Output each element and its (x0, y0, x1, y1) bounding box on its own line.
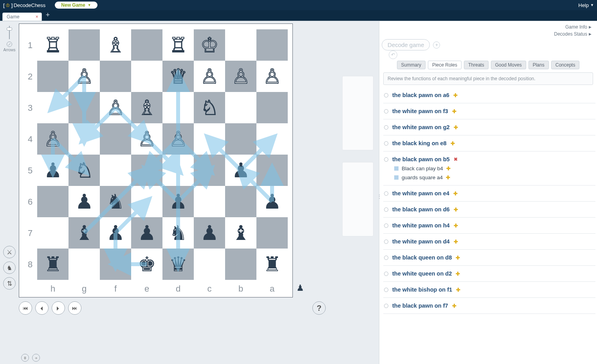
help-menu[interactable]: Help ▼ (578, 2, 594, 8)
app-header: [ ♔ ] DecodeChess New Game ▼ Help ▼ (0, 0, 597, 10)
tab-label: Game (7, 14, 20, 20)
chevron-down-icon: ▼ (590, 3, 594, 7)
new-game-label: New Game (61, 2, 85, 8)
chevron-down-icon: ▼ (88, 3, 91, 7)
logo-bracket-right: ] (11, 2, 13, 8)
logo-crown-icon: ♔ (5, 2, 10, 8)
close-icon[interactable]: × (36, 14, 38, 20)
tab-bar: Game × + (0, 10, 597, 21)
add-tab-button[interactable]: + (46, 11, 50, 19)
logo-bracket-left: [ (3, 2, 5, 8)
help-label: Help (578, 2, 589, 8)
brand-name: DecodeChess (14, 2, 46, 8)
tab-game[interactable]: Game × (2, 13, 42, 21)
new-game-button[interactable]: New Game ▼ (55, 2, 97, 9)
